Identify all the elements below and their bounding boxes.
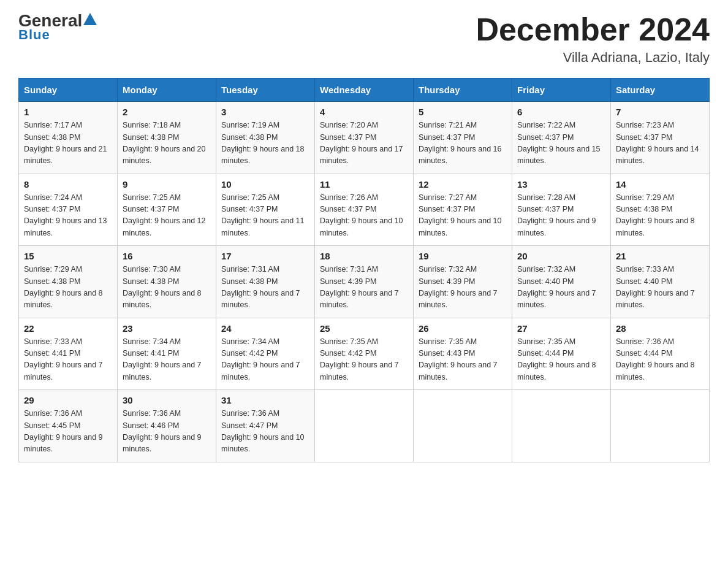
header-friday: Friday <box>512 79 611 102</box>
day-number: 13 <box>517 179 605 190</box>
title-block: December 2024 Villa Adriana, Lazio, Ital… <box>476 12 710 66</box>
day-number: 30 <box>123 395 211 405</box>
day-number: 5 <box>419 107 507 117</box>
day-number: 7 <box>616 107 704 117</box>
day-info: Sunrise: 7:34 AMSunset: 4:42 PMDaylight:… <box>221 336 309 384</box>
calendar-table: Sunday Monday Tuesday Wednesday Thursday… <box>18 78 710 462</box>
calendar-cell: 28 Sunrise: 7:36 AMSunset: 4:44 PMDaylig… <box>611 318 710 390</box>
day-number: 14 <box>616 179 704 190</box>
calendar-cell: 3 Sunrise: 7:19 AMSunset: 4:38 PMDayligh… <box>216 102 315 174</box>
day-info: Sunrise: 7:34 AMSunset: 4:41 PMDaylight:… <box>123 336 211 384</box>
calendar-cell: 13 Sunrise: 7:28 AMSunset: 4:37 PMDaylig… <box>512 174 611 246</box>
day-info: Sunrise: 7:32 AMSunset: 4:39 PMDaylight:… <box>419 264 507 312</box>
day-number: 18 <box>320 251 408 261</box>
calendar-cell: 30 Sunrise: 7:36 AMSunset: 4:46 PMDaylig… <box>118 390 216 462</box>
day-info: Sunrise: 7:33 AMSunset: 4:41 PMDaylight:… <box>24 336 112 384</box>
day-number: 23 <box>123 323 211 334</box>
day-info: Sunrise: 7:18 AMSunset: 4:38 PMDaylight:… <box>123 120 211 167</box>
calendar-cell: 9 Sunrise: 7:25 AMSunset: 4:37 PMDayligh… <box>118 174 216 246</box>
day-info: Sunrise: 7:17 AMSunset: 4:38 PMDaylight:… <box>24 120 112 167</box>
calendar-cell: 15 Sunrise: 7:29 AMSunset: 4:38 PMDaylig… <box>19 246 118 318</box>
day-info: Sunrise: 7:20 AMSunset: 4:37 PMDaylight:… <box>320 120 408 167</box>
day-number: 29 <box>24 395 112 405</box>
calendar-cell: 5 Sunrise: 7:21 AMSunset: 4:37 PMDayligh… <box>414 102 512 174</box>
day-number: 21 <box>616 251 704 261</box>
day-info: Sunrise: 7:36 AMSunset: 4:45 PMDaylight:… <box>24 408 112 456</box>
logo-blue-text: Blue <box>18 27 50 43</box>
calendar-cell: 26 Sunrise: 7:35 AMSunset: 4:43 PMDaylig… <box>414 318 512 390</box>
calendar-cell <box>414 390 512 462</box>
header-saturday: Saturday <box>611 79 710 102</box>
day-info: Sunrise: 7:36 AMSunset: 4:47 PMDaylight:… <box>221 408 309 456</box>
day-info: Sunrise: 7:25 AMSunset: 4:37 PMDaylight:… <box>221 192 309 240</box>
day-info: Sunrise: 7:33 AMSunset: 4:40 PMDaylight:… <box>616 264 704 312</box>
header-sunday: Sunday <box>19 79 118 102</box>
calendar-cell: 23 Sunrise: 7:34 AMSunset: 4:41 PMDaylig… <box>118 318 216 390</box>
day-number: 20 <box>517 251 605 261</box>
day-number: 26 <box>419 323 507 334</box>
day-info: Sunrise: 7:26 AMSunset: 4:37 PMDaylight:… <box>320 192 408 240</box>
day-number: 31 <box>221 395 309 405</box>
calendar-cell: 18 Sunrise: 7:31 AMSunset: 4:39 PMDaylig… <box>315 246 414 318</box>
day-number: 27 <box>517 323 605 334</box>
calendar-cell: 10 Sunrise: 7:25 AMSunset: 4:37 PMDaylig… <box>216 174 315 246</box>
calendar-cell: 12 Sunrise: 7:27 AMSunset: 4:37 PMDaylig… <box>414 174 512 246</box>
calendar-week-row: 1 Sunrise: 7:17 AMSunset: 4:38 PMDayligh… <box>19 102 710 174</box>
calendar-cell: 4 Sunrise: 7:20 AMSunset: 4:37 PMDayligh… <box>315 102 414 174</box>
day-number: 1 <box>24 107 112 117</box>
day-number: 17 <box>221 251 309 261</box>
calendar-cell: 17 Sunrise: 7:31 AMSunset: 4:38 PMDaylig… <box>216 246 315 318</box>
day-number: 28 <box>616 323 704 334</box>
day-number: 19 <box>419 251 507 261</box>
calendar-cell: 21 Sunrise: 7:33 AMSunset: 4:40 PMDaylig… <box>611 246 710 318</box>
logo: General Blue <box>18 12 97 43</box>
day-info: Sunrise: 7:31 AMSunset: 4:38 PMDaylight:… <box>221 264 309 312</box>
calendar-cell: 14 Sunrise: 7:29 AMSunset: 4:38 PMDaylig… <box>611 174 710 246</box>
day-info: Sunrise: 7:35 AMSunset: 4:43 PMDaylight:… <box>419 336 507 384</box>
day-info: Sunrise: 7:25 AMSunset: 4:37 PMDaylight:… <box>123 192 211 240</box>
header-monday: Monday <box>118 79 216 102</box>
calendar-cell: 25 Sunrise: 7:35 AMSunset: 4:42 PMDaylig… <box>315 318 414 390</box>
day-info: Sunrise: 7:36 AMSunset: 4:44 PMDaylight:… <box>616 336 704 384</box>
day-info: Sunrise: 7:28 AMSunset: 4:37 PMDaylight:… <box>517 192 605 240</box>
calendar-cell: 6 Sunrise: 7:22 AMSunset: 4:37 PMDayligh… <box>512 102 611 174</box>
day-info: Sunrise: 7:29 AMSunset: 4:38 PMDaylight:… <box>24 264 112 312</box>
calendar-cell: 22 Sunrise: 7:33 AMSunset: 4:41 PMDaylig… <box>19 318 118 390</box>
day-info: Sunrise: 7:29 AMSunset: 4:38 PMDaylight:… <box>616 192 704 240</box>
header-thursday: Thursday <box>414 79 512 102</box>
day-info: Sunrise: 7:31 AMSunset: 4:39 PMDaylight:… <box>320 264 408 312</box>
day-number: 9 <box>123 179 211 190</box>
calendar-week-row: 29 Sunrise: 7:36 AMSunset: 4:45 PMDaylig… <box>19 390 710 462</box>
day-number: 15 <box>24 251 112 261</box>
month-title: December 2024 <box>476 12 710 47</box>
day-info: Sunrise: 7:23 AMSunset: 4:37 PMDaylight:… <box>616 120 704 167</box>
calendar-cell: 24 Sunrise: 7:34 AMSunset: 4:42 PMDaylig… <box>216 318 315 390</box>
header-tuesday: Tuesday <box>216 79 315 102</box>
calendar-cell: 31 Sunrise: 7:36 AMSunset: 4:47 PMDaylig… <box>216 390 315 462</box>
day-number: 2 <box>123 107 211 117</box>
day-number: 8 <box>24 179 112 190</box>
calendar-cell: 2 Sunrise: 7:18 AMSunset: 4:38 PMDayligh… <box>118 102 216 174</box>
location-title: Villa Adriana, Lazio, Italy <box>476 50 710 66</box>
calendar-cell: 27 Sunrise: 7:35 AMSunset: 4:44 PMDaylig… <box>512 318 611 390</box>
header-wednesday: Wednesday <box>315 79 414 102</box>
day-info: Sunrise: 7:19 AMSunset: 4:38 PMDaylight:… <box>221 120 309 167</box>
day-info: Sunrise: 7:35 AMSunset: 4:42 PMDaylight:… <box>320 336 408 384</box>
day-number: 24 <box>221 323 309 334</box>
weekday-header-row: Sunday Monday Tuesday Wednesday Thursday… <box>19 79 710 102</box>
calendar-week-row: 8 Sunrise: 7:24 AMSunset: 4:37 PMDayligh… <box>19 174 710 246</box>
calendar-cell: 8 Sunrise: 7:24 AMSunset: 4:37 PMDayligh… <box>19 174 118 246</box>
calendar-cell: 16 Sunrise: 7:30 AMSunset: 4:38 PMDaylig… <box>118 246 216 318</box>
calendar-cell: 19 Sunrise: 7:32 AMSunset: 4:39 PMDaylig… <box>414 246 512 318</box>
svg-marker-0 <box>83 13 97 25</box>
day-info: Sunrise: 7:21 AMSunset: 4:37 PMDaylight:… <box>419 120 507 167</box>
logo-triangle-icon <box>83 13 97 25</box>
calendar-cell: 29 Sunrise: 7:36 AMSunset: 4:45 PMDaylig… <box>19 390 118 462</box>
day-number: 4 <box>320 107 408 117</box>
day-number: 12 <box>419 179 507 190</box>
day-info: Sunrise: 7:32 AMSunset: 4:40 PMDaylight:… <box>517 264 605 312</box>
page-header: General Blue December 2024 Villa Adriana… <box>18 12 710 66</box>
calendar-cell <box>512 390 611 462</box>
calendar-cell <box>315 390 414 462</box>
calendar-cell: 7 Sunrise: 7:23 AMSunset: 4:37 PMDayligh… <box>611 102 710 174</box>
